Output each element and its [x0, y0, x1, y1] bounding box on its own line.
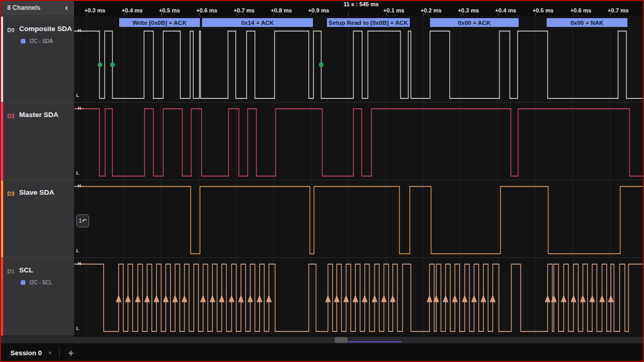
- scl-rising-edge-arrow-icon: [201, 295, 206, 302]
- scl-rising-edge-arrow-icon: [173, 295, 178, 302]
- scl-rising-edge-arrow-icon: [182, 295, 188, 302]
- waveform-d3: [74, 186, 644, 254]
- channel-row-d0[interactable]: D0Composite SDAI2C - SDA: [0, 16, 74, 102]
- level-low-label: L: [76, 249, 79, 253]
- trigger-settings-button[interactable]: 1↶: [76, 214, 89, 227]
- channel-id: D3: [7, 191, 15, 197]
- scl-rising-edge-arrow-icon: [545, 295, 551, 302]
- scl-rising-edge-arrow-icon: [471, 295, 477, 302]
- horizontal-scrollbar[interactable]: [74, 337, 644, 343]
- scl-rising-edge-arrow-icon: [608, 295, 614, 302]
- level-high-label: H: [75, 28, 84, 33]
- level-high-label: H: [75, 184, 84, 189]
- i2c-start-marker-icon: [319, 63, 324, 67]
- channel-color-strip: [1, 103, 3, 180]
- analyzer-tag-label: I2C - SDA: [30, 38, 53, 44]
- scl-rising-edge-arrow-icon: [590, 295, 595, 302]
- scl-rising-edge-arrow-icon: [116, 295, 122, 302]
- timeline-tick-mark: [274, 13, 274, 16]
- scl-rising-edge-arrow-icon: [238, 295, 244, 302]
- level-high-label: H: [75, 106, 84, 111]
- timeline-tick-mark: [423, 13, 424, 16]
- scl-rising-edge-arrow-icon: [571, 295, 577, 302]
- scl-rising-edge-arrow-icon: [229, 295, 235, 302]
- protocol-annotation-bubble[interactable]: Setup Read to [0x0B] + ACK: [327, 18, 410, 27]
- channel-name: SCL: [19, 266, 33, 274]
- analyzer-bullet-icon: [21, 39, 25, 44]
- scl-rising-edge-arrow-icon: [443, 295, 449, 302]
- waveform-canvas: [74, 16, 644, 336]
- view-range-indicator: [348, 341, 402, 342]
- scl-rising-edge-arrow-icon: [266, 295, 272, 302]
- scl-rising-edge-arrow-icon: [248, 295, 253, 302]
- scl-rising-edge-arrow-icon: [219, 295, 225, 302]
- timeline-tick-mark: [498, 13, 498, 16]
- channel-row-d3[interactable]: D3Slave SDA: [0, 180, 74, 257]
- channels-sidebar: 8 Channels ‹ D0Composite SDAI2C - SDAD2M…: [0, 0, 74, 343]
- waveform-d2: [74, 109, 644, 176]
- waveform-d0: [74, 31, 644, 98]
- collapse-sidebar-icon[interactable]: ‹: [65, 4, 68, 12]
- timeline-tick-mark: [461, 13, 461, 16]
- add-session-button[interactable]: +: [65, 348, 77, 358]
- timeline-tick-mark: [87, 13, 87, 16]
- protocol-annotation-bubble[interactable]: 0x00 + NAK: [547, 18, 627, 27]
- scl-rising-edge-arrow-icon: [210, 295, 216, 302]
- waveform-d1: [74, 264, 644, 331]
- channels-header[interactable]: 8 Channels ‹: [0, 0, 74, 16]
- session-tab-label: Session 0: [10, 349, 42, 357]
- timeline-absolute-time: 11 s : 545 ms: [344, 1, 379, 7]
- protocol-annotation-bubble[interactable]: 0x14 + ACK: [202, 18, 313, 27]
- timeline-tick-mark: [386, 13, 387, 16]
- channel-color-strip: [1, 258, 3, 336]
- timeline-tick-mark: [124, 13, 124, 16]
- analyzer-bullet-icon: [21, 280, 25, 285]
- protocol-annotation-bubble[interactable]: Write [0x0B] + ACK: [119, 18, 200, 27]
- scl-rising-edge-arrow-icon: [490, 295, 496, 302]
- analyzer-tag-label: I2C - SCL: [30, 280, 52, 285]
- level-high-label: H: [75, 262, 84, 266]
- channel-name: Slave SDA: [19, 189, 54, 196]
- level-low-label: L: [76, 171, 79, 176]
- timeline-tick-mark: [236, 13, 237, 16]
- session-tab[interactable]: Session 0 ×: [10, 349, 52, 357]
- level-low-label: L: [76, 93, 79, 98]
- timeline-tick-mark: [199, 13, 199, 16]
- tab-divider: [59, 347, 60, 358]
- timeline-tick-mark: [348, 13, 349, 16]
- channel-color-strip: [1, 180, 3, 257]
- scl-rising-edge-arrow-icon: [551, 295, 557, 302]
- channel-name: Master SDA: [19, 111, 59, 119]
- channel-id: D2: [7, 113, 15, 119]
- scl-rising-edge-arrow-icon: [163, 295, 169, 302]
- logic-analyzer-app: 8 Channels ‹ D0Composite SDAI2C - SDAD2M…: [0, 0, 644, 362]
- close-session-icon[interactable]: ×: [48, 349, 52, 357]
- timeline-tick-mark: [535, 13, 536, 16]
- scl-rising-edge-arrow-icon: [325, 295, 331, 302]
- timeline-tick-mark: [161, 13, 162, 16]
- scl-rising-edge-arrow-icon: [362, 295, 368, 302]
- scl-rising-edge-arrow-icon: [481, 295, 486, 302]
- channel-color-strip: [1, 17, 3, 102]
- scl-rising-edge-arrow-icon: [580, 295, 586, 302]
- scl-rising-edge-arrow-icon: [599, 295, 605, 302]
- scrollbar-thumb[interactable]: [335, 337, 348, 343]
- timeline-ruler[interactable]: 11 s : 545 ms +0.3 ms+0.4 ms+0.5 ms+0.6 …: [74, 0, 644, 16]
- scl-rising-edge-arrow-icon: [390, 295, 396, 302]
- scl-rising-edge-arrow-icon: [452, 295, 458, 302]
- channel-row-d1[interactable]: D1SCLI2C - SCL: [0, 257, 74, 336]
- timeline-tick-mark: [311, 13, 311, 16]
- scl-rising-edge-arrow-icon: [145, 295, 150, 302]
- analyzer-tag[interactable]: I2C - SCL: [21, 280, 52, 285]
- timeline-tick-mark: [610, 13, 611, 16]
- i2c-start-marker-icon: [98, 63, 103, 67]
- waveform-area[interactable]: 1↶ Write [0x0B] + ACK0x14 + ACKSetup Rea…: [74, 16, 644, 336]
- timeline-tick-mark: [573, 13, 574, 16]
- scl-rising-edge-arrow-icon: [561, 295, 567, 302]
- scl-rising-edge-arrow-icon: [334, 295, 340, 302]
- analyzer-tag[interactable]: I2C - SDA: [21, 38, 53, 44]
- scl-rising-edge-arrow-icon: [125, 295, 131, 302]
- protocol-annotation-bubble[interactable]: 0x00 + ACK: [430, 18, 519, 27]
- channel-row-d2[interactable]: D2Master SDA: [0, 102, 74, 180]
- channel-id: D0: [7, 27, 15, 33]
